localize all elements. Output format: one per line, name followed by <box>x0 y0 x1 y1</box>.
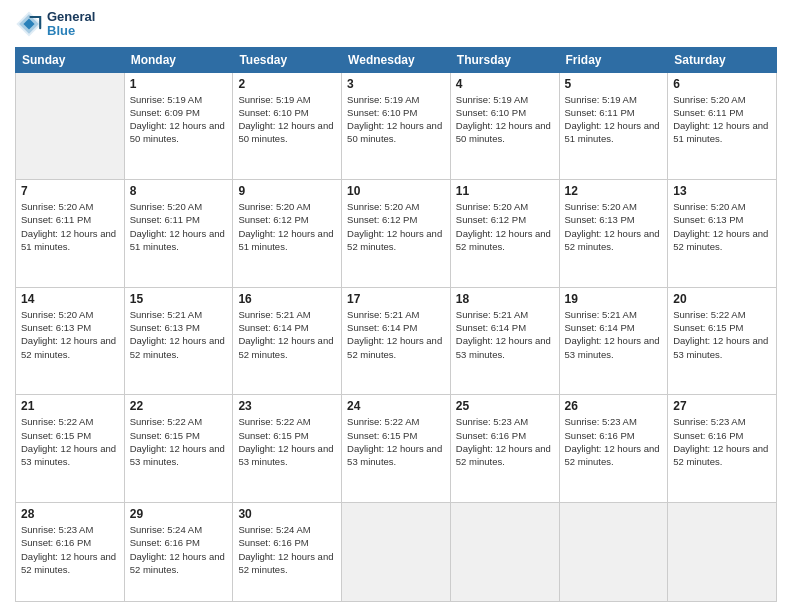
table-row: 20Sunrise: 5:22 AMSunset: 6:15 PMDayligh… <box>668 287 777 395</box>
logo-icon <box>15 10 43 38</box>
day-info: Sunrise: 5:24 AMSunset: 6:16 PMDaylight:… <box>130 523 228 576</box>
day-number: 22 <box>130 399 228 413</box>
day-number: 28 <box>21 507 119 521</box>
day-number: 4 <box>456 77 554 91</box>
table-row: 12Sunrise: 5:20 AMSunset: 6:13 PMDayligh… <box>559 180 668 288</box>
day-number: 16 <box>238 292 336 306</box>
header: General Blue <box>15 10 777 39</box>
table-row: 16Sunrise: 5:21 AMSunset: 6:14 PMDayligh… <box>233 287 342 395</box>
day-info: Sunrise: 5:19 AMSunset: 6:11 PMDaylight:… <box>565 93 663 146</box>
day-number: 21 <box>21 399 119 413</box>
day-info: Sunrise: 5:23 AMSunset: 6:16 PMDaylight:… <box>21 523 119 576</box>
day-number: 3 <box>347 77 445 91</box>
day-info: Sunrise: 5:22 AMSunset: 6:15 PMDaylight:… <box>238 415 336 468</box>
day-info: Sunrise: 5:22 AMSunset: 6:15 PMDaylight:… <box>21 415 119 468</box>
day-number: 26 <box>565 399 663 413</box>
table-row: 24Sunrise: 5:22 AMSunset: 6:15 PMDayligh… <box>342 395 451 503</box>
table-row: 5Sunrise: 5:19 AMSunset: 6:11 PMDaylight… <box>559 72 668 180</box>
header-thursday: Thursday <box>450 47 559 72</box>
day-number: 12 <box>565 184 663 198</box>
day-info: Sunrise: 5:21 AMSunset: 6:13 PMDaylight:… <box>130 308 228 361</box>
table-row: 28Sunrise: 5:23 AMSunset: 6:16 PMDayligh… <box>16 502 125 601</box>
day-info: Sunrise: 5:20 AMSunset: 6:12 PMDaylight:… <box>456 200 554 253</box>
table-row: 30Sunrise: 5:24 AMSunset: 6:16 PMDayligh… <box>233 502 342 601</box>
day-number: 29 <box>130 507 228 521</box>
day-info: Sunrise: 5:20 AMSunset: 6:12 PMDaylight:… <box>238 200 336 253</box>
table-row: 1Sunrise: 5:19 AMSunset: 6:09 PMDaylight… <box>124 72 233 180</box>
header-wednesday: Wednesday <box>342 47 451 72</box>
day-number: 7 <box>21 184 119 198</box>
day-info: Sunrise: 5:23 AMSunset: 6:16 PMDaylight:… <box>565 415 663 468</box>
header-saturday: Saturday <box>668 47 777 72</box>
day-info: Sunrise: 5:20 AMSunset: 6:13 PMDaylight:… <box>21 308 119 361</box>
table-row: 21Sunrise: 5:22 AMSunset: 6:15 PMDayligh… <box>16 395 125 503</box>
weekday-header-row: Sunday Monday Tuesday Wednesday Thursday… <box>16 47 777 72</box>
day-number: 25 <box>456 399 554 413</box>
table-row: 11Sunrise: 5:20 AMSunset: 6:12 PMDayligh… <box>450 180 559 288</box>
logo-text: General Blue <box>47 10 95 39</box>
day-number: 10 <box>347 184 445 198</box>
table-row <box>668 502 777 601</box>
table-row: 17Sunrise: 5:21 AMSunset: 6:14 PMDayligh… <box>342 287 451 395</box>
day-info: Sunrise: 5:21 AMSunset: 6:14 PMDaylight:… <box>238 308 336 361</box>
day-info: Sunrise: 5:19 AMSunset: 6:10 PMDaylight:… <box>238 93 336 146</box>
day-number: 30 <box>238 507 336 521</box>
day-info: Sunrise: 5:19 AMSunset: 6:10 PMDaylight:… <box>347 93 445 146</box>
table-row: 25Sunrise: 5:23 AMSunset: 6:16 PMDayligh… <box>450 395 559 503</box>
table-row: 2Sunrise: 5:19 AMSunset: 6:10 PMDaylight… <box>233 72 342 180</box>
day-info: Sunrise: 5:22 AMSunset: 6:15 PMDaylight:… <box>130 415 228 468</box>
day-number: 17 <box>347 292 445 306</box>
day-number: 9 <box>238 184 336 198</box>
table-row: 29Sunrise: 5:24 AMSunset: 6:16 PMDayligh… <box>124 502 233 601</box>
day-number: 5 <box>565 77 663 91</box>
day-number: 27 <box>673 399 771 413</box>
day-number: 20 <box>673 292 771 306</box>
day-number: 1 <box>130 77 228 91</box>
day-info: Sunrise: 5:24 AMSunset: 6:16 PMDaylight:… <box>238 523 336 576</box>
day-info: Sunrise: 5:21 AMSunset: 6:14 PMDaylight:… <box>565 308 663 361</box>
day-info: Sunrise: 5:20 AMSunset: 6:12 PMDaylight:… <box>347 200 445 253</box>
header-tuesday: Tuesday <box>233 47 342 72</box>
day-info: Sunrise: 5:19 AMSunset: 6:09 PMDaylight:… <box>130 93 228 146</box>
day-number: 13 <box>673 184 771 198</box>
day-number: 2 <box>238 77 336 91</box>
table-row: 18Sunrise: 5:21 AMSunset: 6:14 PMDayligh… <box>450 287 559 395</box>
calendar-week-row: 7Sunrise: 5:20 AMSunset: 6:11 PMDaylight… <box>16 180 777 288</box>
calendar-table: Sunday Monday Tuesday Wednesday Thursday… <box>15 47 777 602</box>
table-row: 26Sunrise: 5:23 AMSunset: 6:16 PMDayligh… <box>559 395 668 503</box>
table-row: 8Sunrise: 5:20 AMSunset: 6:11 PMDaylight… <box>124 180 233 288</box>
table-row <box>559 502 668 601</box>
day-info: Sunrise: 5:21 AMSunset: 6:14 PMDaylight:… <box>456 308 554 361</box>
table-row: 7Sunrise: 5:20 AMSunset: 6:11 PMDaylight… <box>16 180 125 288</box>
day-info: Sunrise: 5:22 AMSunset: 6:15 PMDaylight:… <box>347 415 445 468</box>
table-row: 9Sunrise: 5:20 AMSunset: 6:12 PMDaylight… <box>233 180 342 288</box>
table-row: 14Sunrise: 5:20 AMSunset: 6:13 PMDayligh… <box>16 287 125 395</box>
day-number: 8 <box>130 184 228 198</box>
page: General Blue Sunday Monday Tuesday Wedne… <box>0 0 792 612</box>
table-row: 27Sunrise: 5:23 AMSunset: 6:16 PMDayligh… <box>668 395 777 503</box>
table-row <box>450 502 559 601</box>
header-sunday: Sunday <box>16 47 125 72</box>
day-info: Sunrise: 5:22 AMSunset: 6:15 PMDaylight:… <box>673 308 771 361</box>
day-info: Sunrise: 5:20 AMSunset: 6:11 PMDaylight:… <box>21 200 119 253</box>
day-info: Sunrise: 5:23 AMSunset: 6:16 PMDaylight:… <box>673 415 771 468</box>
calendar-week-row: 1Sunrise: 5:19 AMSunset: 6:09 PMDaylight… <box>16 72 777 180</box>
table-row: 4Sunrise: 5:19 AMSunset: 6:10 PMDaylight… <box>450 72 559 180</box>
table-row: 10Sunrise: 5:20 AMSunset: 6:12 PMDayligh… <box>342 180 451 288</box>
table-row: 3Sunrise: 5:19 AMSunset: 6:10 PMDaylight… <box>342 72 451 180</box>
day-info: Sunrise: 5:23 AMSunset: 6:16 PMDaylight:… <box>456 415 554 468</box>
table-row: 6Sunrise: 5:20 AMSunset: 6:11 PMDaylight… <box>668 72 777 180</box>
table-row: 19Sunrise: 5:21 AMSunset: 6:14 PMDayligh… <box>559 287 668 395</box>
table-row: 23Sunrise: 5:22 AMSunset: 6:15 PMDayligh… <box>233 395 342 503</box>
calendar-week-row: 21Sunrise: 5:22 AMSunset: 6:15 PMDayligh… <box>16 395 777 503</box>
day-number: 23 <box>238 399 336 413</box>
day-info: Sunrise: 5:21 AMSunset: 6:14 PMDaylight:… <box>347 308 445 361</box>
calendar-week-row: 14Sunrise: 5:20 AMSunset: 6:13 PMDayligh… <box>16 287 777 395</box>
day-info: Sunrise: 5:20 AMSunset: 6:13 PMDaylight:… <box>673 200 771 253</box>
day-info: Sunrise: 5:19 AMSunset: 6:10 PMDaylight:… <box>456 93 554 146</box>
day-number: 15 <box>130 292 228 306</box>
table-row <box>16 72 125 180</box>
day-number: 6 <box>673 77 771 91</box>
day-number: 19 <box>565 292 663 306</box>
day-number: 11 <box>456 184 554 198</box>
